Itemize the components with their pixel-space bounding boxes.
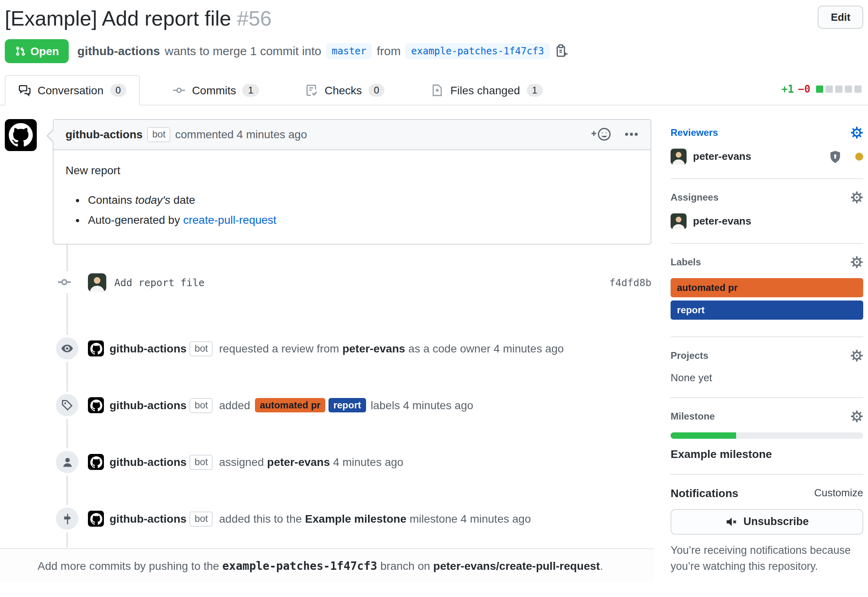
commit-row: Add report file f4dfd8b <box>0 244 654 320</box>
gear-icon[interactable] <box>850 349 863 362</box>
kebab-menu-icon[interactable] <box>624 132 639 137</box>
labels-heading[interactable]: Labels <box>671 255 863 268</box>
projects-heading[interactable]: Projects <box>671 349 863 362</box>
projects-empty-text: None yet <box>671 371 863 383</box>
edit-button[interactable]: Edit <box>818 6 863 29</box>
notifications-header: Notifications Customize <box>671 486 863 499</box>
reviewer-row[interactable]: peter-evans <box>671 148 863 164</box>
additions-count: +1 <box>781 83 794 95</box>
bot-badge: bot <box>190 341 213 356</box>
pending-review-dot <box>855 152 863 160</box>
customize-link[interactable]: Customize <box>814 487 863 499</box>
bot-badge: bot <box>190 511 213 526</box>
comment-header: github-actions bot commented 4 minutes a… <box>54 119 651 150</box>
diff-block-gray <box>854 85 862 92</box>
peter-evans-avatar[interactable] <box>88 273 106 291</box>
shield-lock-icon <box>829 150 842 163</box>
event-milestone-name[interactable]: Example milestone <box>305 512 406 525</box>
event-milestoned: github-actions bot added this to the Exa… <box>0 490 654 547</box>
event-text: labels 4 minutes ago <box>371 399 474 412</box>
event-text: as a code owner 4 minutes ago <box>408 342 564 355</box>
tab-counter: 0 <box>368 84 385 96</box>
bullet-text: Auto-generated by <box>88 213 183 226</box>
github-actions-avatar[interactable] <box>88 397 104 413</box>
tab-files-changed[interactable]: Files changed 1 <box>418 75 557 105</box>
gear-icon[interactable] <box>850 255 863 268</box>
pr-author[interactable]: github-actions <box>78 44 160 58</box>
create-pull-request-link[interactable]: create-pull-request <box>183 213 276 226</box>
unsubscribe-button[interactable]: Unsubscribe <box>671 509 863 534</box>
git-commit-icon <box>58 271 71 293</box>
event-actor[interactable]: peter-evans <box>342 342 405 355</box>
footer-branch: example-patches-1f47cf3 <box>222 559 377 572</box>
from-text: from <box>377 44 401 58</box>
reviewers-section: Reviewers peter-evans <box>671 126 863 179</box>
tab-counter: 1 <box>526 84 543 96</box>
tab-label: Checks <box>325 84 362 96</box>
event-author[interactable]: github-actions <box>109 456 187 468</box>
tab-counter: 1 <box>243 84 259 96</box>
head-branch-chip[interactable]: example-patches-1f47cf3 <box>406 43 549 59</box>
github-actions-avatar[interactable] <box>88 454 104 470</box>
github-actions-avatar[interactable] <box>88 340 104 356</box>
push-hint-footer: Add more commits by pushing to the examp… <box>0 548 654 582</box>
comment-wrap: github-actions bot commented 4 minutes a… <box>0 105 654 244</box>
base-branch-chip[interactable]: master <box>326 43 372 59</box>
timeline: Add report file f4dfd8b github-actions b… <box>0 244 654 547</box>
pr-number: #56 <box>237 6 272 30</box>
github-actions-avatar[interactable] <box>88 511 104 527</box>
comment-author[interactable]: github-actions <box>66 128 143 141</box>
event-actor[interactable]: peter-evans <box>267 456 330 468</box>
tab-label: Commits <box>192 84 236 96</box>
projects-heading-label: Projects <box>671 350 709 361</box>
add-reaction-icon[interactable] <box>591 127 611 141</box>
gear-icon[interactable] <box>850 191 863 203</box>
github-actions-avatar[interactable] <box>5 119 37 151</box>
commit-sha[interactable]: f4dfd8b <box>609 276 651 288</box>
tab-label: Conversation <box>38 84 104 96</box>
pr-title-text: [Example] Add report file <box>5 6 231 30</box>
event-author[interactable]: github-actions <box>109 399 187 412</box>
event-author[interactable]: github-actions <box>109 512 187 525</box>
footer-text: . <box>600 559 603 572</box>
event-review-requested: github-actions bot requested a review fr… <box>0 320 654 377</box>
tab-label: Files changed <box>450 84 520 96</box>
event-text: added <box>219 399 250 412</box>
checklist-icon <box>305 84 318 96</box>
label-report[interactable]: report <box>328 398 366 412</box>
labels-section: Labels automated pr report <box>671 255 863 337</box>
assignee-row[interactable]: peter-evans <box>671 213 863 229</box>
open-state-label: Open <box>30 44 59 57</box>
gear-icon[interactable] <box>850 126 863 139</box>
assignees-heading[interactable]: Assignees <box>671 191 863 203</box>
label-automated-pr[interactable]: automated pr <box>671 278 863 297</box>
tag-icon <box>56 394 78 416</box>
diff-block-gray <box>826 85 833 92</box>
comment-timestamp[interactable]: commented 4 minutes ago <box>175 128 307 141</box>
assignee-name: peter-evans <box>693 215 751 227</box>
event-author[interactable]: github-actions <box>109 342 187 355</box>
gear-icon[interactable] <box>850 410 863 422</box>
label-report[interactable]: report <box>671 300 863 319</box>
label-automated-pr[interactable]: automated pr <box>255 398 325 412</box>
diff-block-gray <box>845 85 852 92</box>
tab-commits[interactable]: Commits 1 <box>159 75 273 105</box>
tab-conversation[interactable]: Conversation 0 <box>5 75 140 105</box>
unsubscribe-label: Unsubscribe <box>743 515 809 527</box>
commit-message[interactable]: Add report file <box>114 276 205 288</box>
bullet-italic: today's <box>135 193 170 206</box>
tab-checks[interactable]: Checks 0 <box>292 75 398 105</box>
merge-text: wants to merge 1 commit into <box>165 44 321 58</box>
page-title: [Example] Add report file #56 <box>5 6 272 32</box>
peter-evans-avatar <box>671 213 687 229</box>
reviewers-heading-label: Reviewers <box>671 127 718 138</box>
copy-branch-icon[interactable] <box>554 44 568 58</box>
labels-heading-label: Labels <box>671 256 701 267</box>
pr-status-row: Open github-actions wants to merge 1 com… <box>0 32 868 63</box>
reviewers-heading[interactable]: Reviewers <box>671 126 863 139</box>
event-text: 4 minutes ago <box>333 456 404 468</box>
event-text: milestone 4 minutes ago <box>410 512 531 525</box>
sidebar: Reviewers peter-evans <box>654 105 868 597</box>
milestone-heading[interactable]: Milestone <box>671 410 863 422</box>
milestone-name-link[interactable]: Example milestone <box>671 447 863 460</box>
